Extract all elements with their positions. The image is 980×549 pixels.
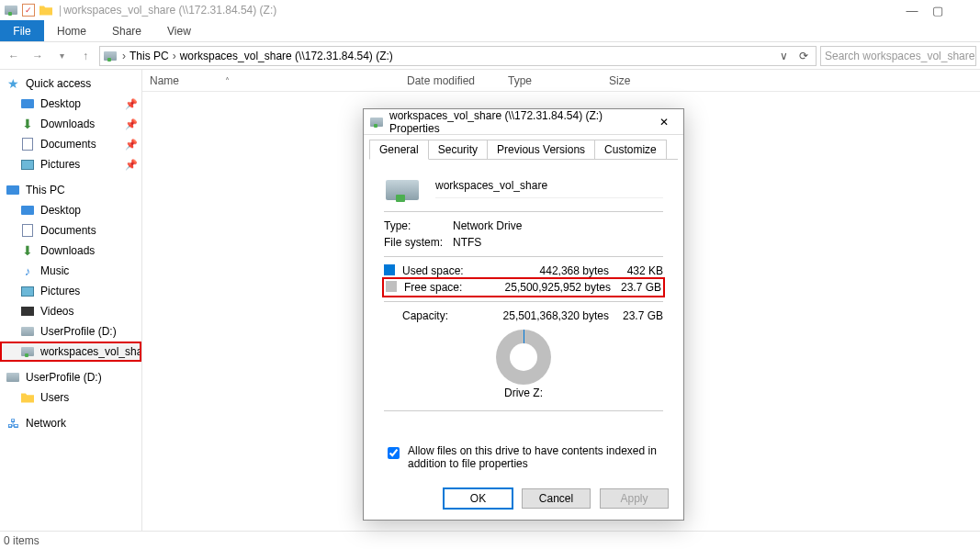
view-tab[interactable]: View xyxy=(154,20,204,41)
network-drive-icon xyxy=(369,115,384,129)
used-swatch xyxy=(384,264,395,275)
file-tab[interactable]: File xyxy=(0,20,44,41)
pc-icon xyxy=(6,183,20,197)
ok-button[interactable]: OK xyxy=(444,488,513,509)
documents-icon xyxy=(20,137,35,151)
dialog-title: workspaces_vol_share (\\172.31.84.54) (Z… xyxy=(389,109,650,135)
network-drive-icon xyxy=(20,344,35,359)
used-label: Used space: xyxy=(402,264,480,277)
dialog-tabs: General Security Previous Versions Custo… xyxy=(369,140,678,160)
breadcrumb-dropdown[interactable]: ∨ xyxy=(774,50,794,62)
desktop-icon xyxy=(20,96,35,111)
drive-name-field[interactable]: workspaces_vol_share xyxy=(435,179,663,198)
disk-usage-chart xyxy=(496,330,551,385)
col-name[interactable]: Name˄ xyxy=(142,74,400,87)
column-headers: Name˄ Date modified Type Size xyxy=(142,70,980,92)
nav-label: Pictures xyxy=(40,158,80,171)
nav-pc-music[interactable]: ♪Music xyxy=(0,261,141,281)
pin-icon: 📌 xyxy=(125,139,138,151)
desktop-icon xyxy=(20,203,35,218)
address-bar: ← → ▾ ↑ › This PC › workspaces_vol_share… xyxy=(0,42,980,70)
ribbon: File Home Share View xyxy=(0,20,980,42)
search-input[interactable]: Search workspaces_vol_share (\\172.31.84… xyxy=(820,46,976,66)
share-tab[interactable]: Share xyxy=(99,20,154,41)
drive-caption: Drive Z: xyxy=(384,387,663,405)
col-date[interactable]: Date modified xyxy=(400,74,501,87)
home-tab[interactable]: Home xyxy=(44,20,99,41)
music-icon: ♪ xyxy=(20,263,35,278)
breadcrumb-sep[interactable]: › xyxy=(169,50,180,62)
type-label: Type: xyxy=(384,219,453,232)
drive-large-icon xyxy=(384,174,421,202)
nav-label: This PC xyxy=(26,184,65,196)
item-count: 0 items xyxy=(4,534,39,547)
navigation-pane: ★ Quick access Desktop📌 ⬇Downloads📌 Docu… xyxy=(0,70,142,531)
download-icon: ⬇ xyxy=(20,117,35,131)
nav-userprofile-d-root[interactable]: UserProfile (D:) xyxy=(0,367,141,387)
capacity-label: Capacity: xyxy=(384,309,480,322)
breadcrumb[interactable]: › This PC › workspaces_vol_share (\\172.… xyxy=(99,46,817,66)
nav-userprofile-d[interactable]: UserProfile (D:) xyxy=(0,321,141,342)
breadcrumb-sep[interactable]: › xyxy=(118,50,130,62)
up-button[interactable]: ↑ xyxy=(75,46,96,66)
maximize-button[interactable]: ▢ xyxy=(925,4,951,17)
nav-desktop[interactable]: Desktop📌 xyxy=(0,94,141,114)
cancel-button[interactable]: Cancel xyxy=(522,488,591,509)
forward-button[interactable]: → xyxy=(28,46,48,66)
index-checkbox[interactable]: Allow files on this drive to have conten… xyxy=(384,444,663,476)
nav-label: Downloads xyxy=(40,244,95,257)
tab-general[interactable]: General xyxy=(369,140,429,160)
capacity-hr: 23.7 GB xyxy=(609,309,663,322)
nav-label: UserProfile (D:) xyxy=(40,325,117,338)
index-checkbox-label: Allow files on this drive to have conten… xyxy=(408,444,663,470)
breadcrumb-drive-icon xyxy=(102,51,118,61)
sort-indicator: ˄ xyxy=(225,76,230,86)
recent-dropdown[interactable]: ▾ xyxy=(51,46,72,66)
nav-label: Downloads xyxy=(40,118,95,130)
col-size[interactable]: Size xyxy=(602,74,675,87)
tab-previous-versions[interactable]: Previous Versions xyxy=(487,140,595,159)
nav-workspaces-share[interactable]: workspaces_vol_sha xyxy=(0,342,141,362)
quick-access-header[interactable]: ★ Quick access xyxy=(0,73,141,94)
apply-button[interactable]: Apply xyxy=(600,488,669,509)
refresh-button[interactable]: ⟳ xyxy=(794,50,814,62)
index-checkbox-input[interactable] xyxy=(388,447,400,459)
fs-value: NTFS xyxy=(453,236,481,249)
pictures-icon xyxy=(20,157,35,172)
free-label: Free space: xyxy=(404,281,482,294)
breadcrumb-current[interactable]: workspaces_vol_share (\\172.31.84.54) (Z… xyxy=(180,50,393,62)
nav-label: Users xyxy=(40,391,69,404)
nav-pictures[interactable]: Pictures📌 xyxy=(0,154,141,174)
nav-pc-videos[interactable]: Videos xyxy=(0,301,141,321)
nav-pc-desktop[interactable]: Desktop xyxy=(0,200,141,220)
nav-pc-documents[interactable]: Documents xyxy=(0,220,141,241)
free-swatch xyxy=(386,281,397,292)
close-button[interactable] xyxy=(951,4,976,17)
nav-label: Documents xyxy=(40,224,96,237)
breadcrumb-root[interactable]: This PC xyxy=(130,50,169,62)
nav-pc-pictures[interactable]: Pictures xyxy=(0,281,141,301)
fs-label: File system: xyxy=(384,236,453,249)
minimize-button[interactable]: — xyxy=(899,4,925,17)
folder-qat-icon[interactable] xyxy=(39,3,53,17)
nav-documents[interactable]: Documents📌 xyxy=(0,134,141,154)
back-button[interactable]: ← xyxy=(4,46,24,66)
save-qat-icon[interactable]: ✓ xyxy=(22,4,35,17)
free-bytes: 25,500,925,952 bytes xyxy=(482,281,611,294)
col-label: Name xyxy=(150,74,179,87)
nav-label: Music xyxy=(40,264,69,277)
dialog-close-button[interactable]: ✕ xyxy=(650,116,678,129)
nav-label: Videos xyxy=(40,305,73,318)
col-type[interactable]: Type xyxy=(501,74,602,87)
window-title: workspaces_vol_share (\\172.31.84.54) (Z… xyxy=(63,4,899,17)
dialog-title-bar[interactable]: workspaces_vol_share (\\172.31.84.54) (Z… xyxy=(364,109,683,135)
tab-security[interactable]: Security xyxy=(428,140,488,159)
this-pc-header[interactable]: This PC xyxy=(0,180,141,200)
drive-icon xyxy=(4,3,18,17)
nav-users[interactable]: Users xyxy=(0,387,141,408)
tab-customize[interactable]: Customize xyxy=(594,140,667,159)
nav-pc-downloads[interactable]: ⬇Downloads xyxy=(0,241,141,261)
nav-label: Pictures xyxy=(40,285,80,297)
nav-downloads[interactable]: ⬇Downloads📌 xyxy=(0,114,141,134)
nav-network[interactable]: 🖧Network xyxy=(0,413,141,433)
